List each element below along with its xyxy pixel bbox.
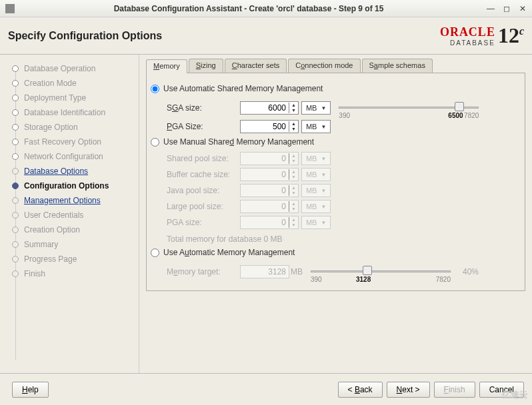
sga-spinner[interactable]: ▲▼ — [240, 101, 299, 115]
sga-row: SGA size: ▲▼ MB▼ 390 6500 7820 — [167, 99, 521, 117]
manual-row-2: Java pool size:▲▼MB▼ — [167, 184, 521, 197]
manual-row-4: PGA size:▲▼MB▼ — [167, 216, 521, 229]
radio-auto-shared[interactable]: Use Automatic Shared Memory Management — [151, 84, 521, 93]
step-label: Finish — [24, 269, 45, 278]
manual-row-input — [241, 153, 289, 165]
step-label: Storage Option — [24, 123, 78, 132]
memory-target-row: Memory target: MB 390 3128 7820 — [167, 262, 521, 281]
pga-row: PGA Size: ▲▼ MB▼ — [167, 120, 521, 133]
step-configuration-options[interactable]: Configuration Options — [0, 179, 139, 193]
chevron-down-icon: ▼ — [321, 204, 326, 210]
tab-sizing[interactable]: Sizing — [189, 59, 223, 73]
step-dot-icon — [12, 241, 19, 248]
sga-input[interactable] — [241, 102, 289, 114]
step-creation-mode: Creation Mode — [0, 76, 139, 91]
step-management-options[interactable]: Management Options — [0, 193, 139, 208]
step-dot-icon — [12, 183, 19, 189]
radio-auto-shared-input[interactable] — [151, 85, 159, 93]
step-label: Database Options — [24, 167, 88, 176]
tab-sample-schemas[interactable]: Sample schemas — [362, 59, 433, 73]
radio-auto-label: Use Automatic Memory Management — [163, 248, 295, 257]
step-label: Creation Option — [24, 225, 80, 234]
help-button[interactable]: Help — [12, 382, 49, 398]
step-dot-icon — [12, 95, 19, 101]
step-database-options[interactable]: Database Options — [0, 164, 139, 179]
manual-row-0: Shared pool size:▲▼MB▼ — [167, 152, 521, 165]
close-button[interactable]: ✕ — [519, 5, 527, 13]
pga-up-icon[interactable]: ▲ — [289, 121, 298, 127]
step-dot-icon — [12, 197, 19, 204]
sga-label: SGA size: — [167, 103, 240, 113]
step-label: Management Options — [24, 196, 101, 205]
step-dot-icon — [12, 212, 19, 218]
radio-manual-label: Use Manual Shared Memory Management — [163, 137, 314, 147]
step-label: Database Identification — [24, 108, 105, 117]
chevron-down-icon: ▼ — [321, 188, 326, 194]
step-finish: Finish — [0, 266, 139, 281]
step-dot-icon — [12, 139, 19, 145]
sga-up-icon[interactable]: ▲ — [289, 103, 298, 108]
step-progress-page: Progress Page — [0, 252, 139, 266]
manual-row-label: PGA size: — [167, 218, 240, 227]
step-label: User Credentials — [24, 210, 83, 220]
bottom-bar: Help < Back Next > Finish Cancel — [0, 373, 532, 405]
tab-character-sets[interactable]: Character sets — [225, 59, 287, 73]
manual-row-label: Shared pool size: — [167, 154, 240, 163]
manual-row-spinner: ▲▼ — [240, 200, 299, 213]
chevron-down-icon: ▼ — [321, 172, 326, 178]
maximize-button[interactable]: ◻ — [503, 5, 511, 13]
step-database-operation: Database Operation — [0, 61, 139, 76]
pga-spinner[interactable]: ▲▼ — [240, 120, 299, 133]
manual-row-unit: MB▼ — [301, 152, 331, 165]
tab-memory[interactable]: Memory — [146, 59, 187, 73]
pga-label: PGA Size: — [167, 122, 240, 131]
step-dot-icon — [12, 80, 19, 87]
step-label: Summary — [24, 240, 58, 249]
tab-connection-mode[interactable]: Connection mode — [288, 59, 360, 73]
down-icon: ▼ — [289, 175, 298, 180]
titlebar: Database Configuration Assistant - Creat… — [0, 0, 532, 17]
manual-row-input — [241, 185, 289, 197]
manual-row-spinner: ▲▼ — [240, 168, 299, 181]
pga-down-icon[interactable]: ▼ — [289, 127, 298, 132]
page-header: Specify Configuration Options ORACLE DAT… — [0, 17, 532, 55]
radio-auto-input[interactable] — [151, 248, 159, 257]
chevron-down-icon: ▼ — [321, 105, 326, 111]
down-icon: ▼ — [289, 191, 298, 196]
step-label: Progress Page — [24, 254, 77, 264]
memory-target-pct: 40% — [463, 267, 479, 276]
manual-row-1: Buffer cache size:▲▼MB▼ — [167, 168, 521, 181]
minimize-button[interactable]: — — [487, 5, 495, 13]
tab-bar: Memory Sizing Character sets Connection … — [146, 59, 525, 73]
memory-target-unit: MB — [291, 267, 303, 276]
step-dot-icon — [12, 256, 19, 262]
memory-target-input — [241, 266, 289, 278]
up-icon: ▲ — [289, 201, 298, 206]
sga-slider[interactable]: 390 6500 7820 — [339, 99, 479, 117]
radio-auto[interactable]: Use Automatic Memory Management — [151, 248, 521, 257]
memory-target-label: Memory target: — [167, 267, 240, 276]
step-dot-icon — [12, 153, 19, 160]
manual-row-unit: MB▼ — [301, 216, 331, 229]
step-label: Configuration Options — [24, 181, 109, 191]
sga-unit-select[interactable]: MB▼ — [301, 101, 331, 115]
chevron-down-icon: ▼ — [321, 156, 326, 162]
pga-unit-select[interactable]: MB▼ — [301, 120, 331, 133]
step-dot-icon — [12, 168, 19, 175]
step-dot-icon — [12, 226, 19, 233]
step-label: Creation Mode — [24, 79, 77, 88]
down-icon: ▼ — [289, 222, 298, 228]
radio-manual[interactable]: Use Manual Shared Memory Management — [151, 137, 521, 147]
step-database-identification: Database Identification — [0, 105, 139, 120]
app-icon — [5, 4, 15, 13]
manual-row-spinner: ▲▼ — [240, 216, 299, 229]
next-button[interactable]: Next > — [387, 382, 430, 398]
step-deployment-type: Deployment Type — [0, 91, 139, 105]
page-title: Specify Configuration Options — [8, 30, 440, 42]
up-icon: ▲ — [289, 169, 298, 175]
pga-input[interactable] — [241, 121, 289, 133]
back-button[interactable]: < Back — [338, 382, 383, 398]
sga-down-icon[interactable]: ▼ — [289, 108, 298, 113]
radio-manual-input[interactable] — [151, 138, 159, 147]
radio-auto-shared-label: Use Automatic Shared Memory Management — [163, 84, 323, 93]
